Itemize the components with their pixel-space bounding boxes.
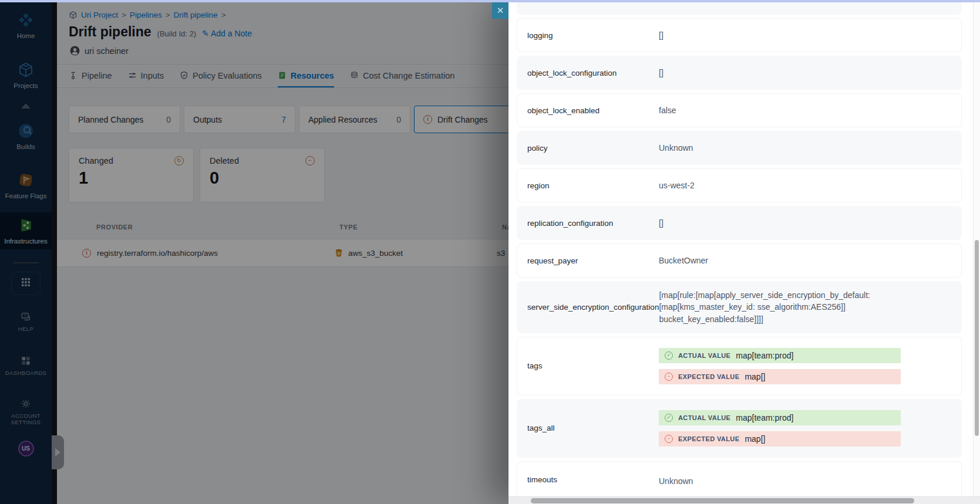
attribute-name: replication_configuration [527, 219, 659, 228]
attribute-row[interactable]: server_side_encryption_configuration [ma… [517, 281, 962, 333]
attribute-row[interactable]: object_lock_enabled false [517, 93, 962, 127]
attribute-value: [map[rule:[map[apply_server_side_encrypt… [659, 289, 870, 325]
horizontal-scrollbar [508, 496, 980, 504]
attribute-value: Unknown [659, 475, 693, 487]
attribute-name: policy [527, 144, 659, 153]
attribute-value: BucketOwner [659, 255, 708, 266]
attribute-name: request_payer [527, 256, 659, 265]
attribute-name: region [527, 181, 659, 190]
drift-values: ✓ ACTUAL VALUE map[team:prod] − EXPECTED… [659, 345, 901, 387]
attribute-name: server_side_encryption_configuration [527, 303, 659, 312]
attribute-value: false [659, 104, 676, 116]
attribute-value: [] [659, 217, 664, 229]
attribute-row[interactable]: replication_configuration [] [517, 206, 962, 240]
attribute-name: timeouts [527, 475, 659, 484]
vertical-scrollbar [973, 0, 980, 496]
actual-value-chip: ✓ ACTUAL VALUE map[team:prod] [659, 410, 901, 425]
attribute-row[interactable]: tags ✓ ACTUAL VALUE map[team:prod] − EXP… [517, 337, 962, 395]
drift-values: ✓ ACTUAL VALUE map[team:prod] − EXPECTED… [659, 407, 901, 449]
attribute-value: [] [659, 67, 664, 79]
check-circle-icon: ✓ [665, 414, 673, 422]
browser-top-strip [0, 0, 980, 2]
attribute-name: tags [527, 361, 659, 370]
attribute-row[interactable]: logging [] [517, 18, 962, 52]
attribute-name: tags_all [527, 424, 659, 432]
expected-value-chip: − EXPECTED VALUE map[] [659, 369, 901, 384]
minus-circle-icon: − [665, 373, 673, 381]
attribute-row[interactable]: tags_all ✓ ACTUAL VALUE map[team:prod] −… [517, 399, 962, 458]
actual-value-chip: ✓ ACTUAL VALUE map[team:prod] [659, 348, 901, 363]
attribute-list: [] logging [] object_lock_configuration … [517, 0, 962, 504]
expected-value-chip: − EXPECTED VALUE map[] [659, 431, 901, 447]
attribute-value: Unknown [659, 142, 693, 154]
horizontal-scrollbar-thumb[interactable] [531, 498, 914, 503]
attribute-name: logging [527, 31, 659, 40]
attribute-value: us-west-2 [659, 180, 695, 191]
attribute-name: object_lock_enabled [527, 106, 659, 115]
vertical-scrollbar-thumb[interactable] [975, 240, 979, 436]
attribute-value: [] [659, 29, 664, 41]
drawer-close-button[interactable]: ✕ [492, 2, 508, 19]
attribute-row[interactable]: policy Unknown [517, 131, 962, 165]
drift-details-drawer: [] logging [] object_lock_configuration … [508, 0, 980, 504]
attribute-name: object_lock_configuration [527, 69, 659, 77]
attribute-row[interactable]: object_lock_configuration [] [517, 56, 962, 90]
attribute-row[interactable]: request_payer BucketOwner [517, 243, 962, 278]
minus-circle-icon: − [665, 435, 673, 443]
check-circle-icon: ✓ [665, 351, 673, 360]
attribute-row[interactable]: region us-west-2 [517, 168, 962, 202]
